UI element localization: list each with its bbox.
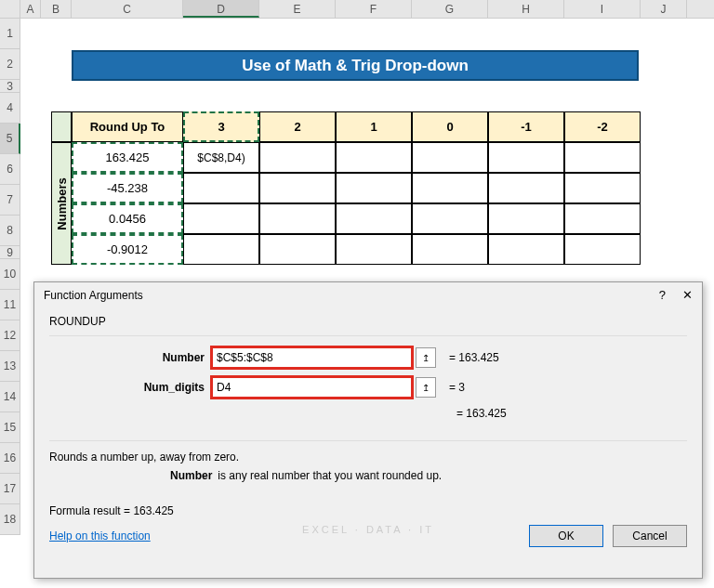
row-header-5[interactable]: 5 xyxy=(0,124,20,154)
cell-E8[interactable] xyxy=(259,234,336,265)
cell-H7[interactable] xyxy=(488,203,564,234)
row-header-7[interactable]: 7 xyxy=(0,185,20,216)
cell-D8[interactable] xyxy=(183,234,259,265)
collapse-icon[interactable]: ↥ xyxy=(416,377,436,398)
row-header-2[interactable]: 2 xyxy=(0,49,20,80)
corner-cell-table[interactable] xyxy=(51,111,72,142)
cell-G6[interactable] xyxy=(412,173,488,203)
row-header-15[interactable]: 15 xyxy=(0,412,20,443)
row-header-9[interactable]: 9 xyxy=(0,246,20,259)
help-link[interactable]: Help on this function xyxy=(49,529,151,542)
row-header-17[interactable]: 17 xyxy=(0,474,20,504)
column-headers: A B C D E F G H I J xyxy=(0,0,714,19)
row-header-16[interactable]: 16 xyxy=(0,443,20,474)
cell-H5[interactable] xyxy=(488,142,564,173)
data-table: Round Up To 3 2 1 0 -1 -2 Numbers 163.42… xyxy=(51,111,641,265)
cancel-button[interactable]: Cancel xyxy=(613,525,687,547)
cell-I5[interactable] xyxy=(564,142,641,173)
header-neg2[interactable]: -2 xyxy=(564,111,641,142)
cell-F8[interactable] xyxy=(336,234,412,265)
cell-E5[interactable] xyxy=(259,142,336,173)
row-headers: 1 2 3 4 5 6 7 8 9 10 11 12 13 14 15 16 1… xyxy=(0,19,20,535)
function-description: Rounds a number up, away from zero. xyxy=(49,451,687,464)
cell-E7[interactable] xyxy=(259,203,336,234)
cell-G7[interactable] xyxy=(412,203,488,234)
formula-result: Formula result = 163.425 xyxy=(49,504,687,517)
row-header-11[interactable]: 11 xyxy=(0,290,20,320)
cell-G5[interactable] xyxy=(412,142,488,173)
col-header-F[interactable]: F xyxy=(336,0,412,18)
cell-F7[interactable] xyxy=(336,203,412,234)
row-header-4[interactable]: 4 xyxy=(0,93,20,124)
number-result: = 163.425 xyxy=(449,351,499,364)
row-header-10[interactable]: 10 xyxy=(0,259,20,290)
cell-H6[interactable] xyxy=(488,173,564,203)
header-3[interactable]: 3 xyxy=(183,111,259,142)
header-2[interactable]: 2 xyxy=(259,111,336,142)
row-header-6[interactable]: 6 xyxy=(0,154,20,185)
cell-G8[interactable] xyxy=(412,234,488,265)
collapse-icon[interactable]: ↥ xyxy=(416,347,436,368)
number-arg-label: Number xyxy=(49,351,212,364)
cell-C7[interactable]: 0.0456 xyxy=(72,203,183,234)
row-header-12[interactable]: 12 xyxy=(0,320,20,351)
col-header-H[interactable]: H xyxy=(488,0,564,18)
row-header-1[interactable]: 1 xyxy=(0,19,20,49)
cell-C8[interactable]: -0.9012 xyxy=(72,234,183,265)
header-1[interactable]: 1 xyxy=(336,111,412,142)
col-header-A[interactable]: A xyxy=(20,0,41,18)
cell-I7[interactable] xyxy=(564,203,641,234)
dialog-title: Function Arguments xyxy=(44,289,143,302)
cell-C5[interactable]: 163.425 xyxy=(72,142,183,173)
roundup-label[interactable]: Round Up To xyxy=(72,111,183,142)
cell-I6[interactable] xyxy=(564,173,641,203)
function-name: ROUNDUP xyxy=(49,315,687,328)
digits-arg-label: Num_digits xyxy=(49,381,212,394)
close-icon[interactable]: ✕ xyxy=(682,288,693,302)
col-header-G[interactable]: G xyxy=(412,0,488,18)
row-header-3[interactable]: 3 xyxy=(0,80,20,93)
numbers-side-label[interactable]: Numbers xyxy=(51,142,72,265)
cell-H8[interactable] xyxy=(488,234,564,265)
col-header-D[interactable]: D xyxy=(183,0,259,18)
row-header-14[interactable]: 14 xyxy=(0,382,20,412)
cell-F5[interactable] xyxy=(336,142,412,173)
col-header-J[interactable]: J xyxy=(641,0,687,18)
cell-F6[interactable] xyxy=(336,173,412,203)
cell-D7[interactable] xyxy=(183,203,259,234)
row-header-18[interactable]: 18 xyxy=(0,504,20,535)
digits-result: = 3 xyxy=(449,381,465,394)
header-0[interactable]: 0 xyxy=(412,111,488,142)
cell-E6[interactable] xyxy=(259,173,336,203)
col-header-C[interactable]: C xyxy=(72,0,183,18)
cell-D6[interactable] xyxy=(183,173,259,203)
digits-input[interactable] xyxy=(212,377,412,398)
cell-D5[interactable]: $C$8,D4) xyxy=(183,142,259,173)
function-arguments-dialog: Function Arguments ? ✕ ROUNDUP Number ↥ … xyxy=(33,281,703,579)
col-header-E[interactable]: E xyxy=(259,0,336,18)
col-header-I[interactable]: I xyxy=(564,0,641,18)
row-header-8[interactable]: 8 xyxy=(0,216,20,246)
page-title: Use of Math & Trig Drop-down xyxy=(72,50,639,81)
eval-result: = 163.425 xyxy=(456,407,507,420)
ok-button[interactable]: OK xyxy=(529,525,603,547)
help-icon[interactable]: ? xyxy=(659,288,666,302)
cell-I8[interactable] xyxy=(564,234,641,265)
corner-cell[interactable] xyxy=(0,0,20,18)
cell-C6[interactable]: -45.238 xyxy=(72,173,183,203)
header-neg1[interactable]: -1 xyxy=(488,111,564,142)
arg-description: Numberis any real number that you want r… xyxy=(170,469,687,482)
number-input[interactable] xyxy=(212,347,412,368)
row-header-13[interactable]: 13 xyxy=(0,351,20,382)
col-header-B[interactable]: B xyxy=(41,0,72,18)
